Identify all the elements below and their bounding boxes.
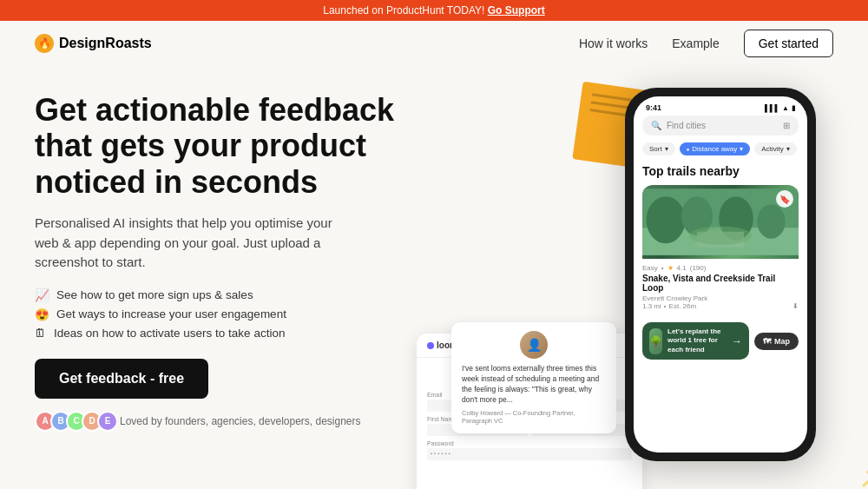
map-label: Map	[774, 337, 790, 346]
social-proof: A B C D E Loved by founders, agencies, d…	[35, 411, 408, 432]
scribble-yellow-decoration	[859, 446, 868, 489]
filter-activity[interactable]: Activity ▾	[754, 142, 796, 155]
filter-row: Sort ▾ ● Distance away ▾ Activity ▾	[642, 142, 799, 155]
logo: 🔥 DesignRoasts	[35, 34, 152, 53]
feature-emoji-3: 🗓	[35, 327, 47, 340]
trail-bookmark-icon[interactable]: 🔖	[776, 190, 793, 208]
feature-emoji-1: 📈	[35, 288, 49, 302]
feature-text-2: Get ways to increase your user engagemen…	[56, 307, 286, 320]
filter-sort-label: Sort	[649, 145, 662, 153]
hero-right: 9:41 ▌▌▌ ▲ ▮ 🔍 Find cities ⊞	[408, 83, 833, 489]
feedback-text: I've sent looms externally three times t…	[462, 364, 606, 406]
phone-mockup: 9:41 ▌▌▌ ▲ ▮ 🔍 Find cities ⊞	[625, 88, 816, 461]
trail-image: 🔖	[642, 185, 799, 259]
features-list: 📈 See how to get more sign ups & sales 😍…	[35, 288, 408, 340]
logo-icon: 🔥	[35, 34, 54, 53]
filter-icon: ⊞	[783, 121, 790, 130]
hero-left: Get actionable feedback that gets your p…	[35, 83, 408, 489]
feature-emoji-2: 😍	[35, 307, 49, 321]
feature-text-3: Ideas on how to activate users to take a…	[54, 327, 285, 340]
avatar-group: A B C D E	[35, 411, 113, 432]
map-icon: 🗺	[763, 337, 771, 346]
replant-image: 🌳	[649, 328, 662, 354]
distance-dot-icon: ●	[687, 147, 690, 152]
trail-location: Everett Crowley Park	[642, 294, 799, 302]
feature-item-1: 📈 See how to get more sign ups & sales	[35, 288, 408, 302]
loom-password-input[interactable]: ••••••	[427, 448, 632, 460]
battery-icon: ▮	[792, 104, 795, 112]
trail-distance: 1.3 mi • Est. 26m ⬇	[642, 302, 799, 310]
top-banner: Launched on ProductHunt TODAY! Go Suppor…	[0, 0, 868, 21]
avatar-5: E	[97, 411, 118, 432]
download-icon[interactable]: ⬇	[792, 302, 799, 310]
status-icons: ▌▌▌ ▲ ▮	[765, 104, 795, 112]
wifi-icon: ▲	[782, 104, 789, 112]
svg-point-5	[757, 204, 785, 239]
trail-image-svg	[642, 185, 799, 259]
map-button[interactable]: 🗺 Map	[754, 333, 799, 350]
bottom-area: 🌳 Let's replant the world 1 tree for eac…	[642, 322, 799, 360]
replant-text: Let's replant the world 1 tree for each …	[667, 327, 727, 354]
loom-dot-icon	[427, 342, 434, 349]
trail-reviews: (190)	[690, 264, 707, 272]
phone-screen: 9:41 ▌▌▌ ▲ ▮ 🔍 Find cities ⊞	[634, 96, 807, 453]
nav-example[interactable]: Example	[672, 36, 719, 50]
feedback-avatar: 👤	[520, 331, 548, 359]
trail-est: Est. 26m	[669, 302, 697, 310]
trail-mi: 1.3 mi	[642, 302, 661, 310]
search-placeholder: Find cities	[667, 121, 706, 130]
sort-chevron-icon: ▾	[665, 145, 668, 153]
feedback-author: Colby Howard — Co-Founding Partner, Para…	[462, 409, 606, 425]
filter-distance[interactable]: ● Distance away ▾	[680, 142, 751, 155]
search-icon: 🔍	[651, 121, 661, 130]
feature-item-3: 🗓 Ideas on how to activate users to take…	[35, 327, 408, 340]
logo-text: DesignRoasts	[59, 36, 152, 51]
nav-links: How it works Example Get started	[579, 30, 833, 57]
banner-text: Launched on ProductHunt TODAY!	[323, 4, 487, 17]
trail-info: Easy • ★ 4.1 (190) Snake, Vista and Cree…	[642, 259, 799, 315]
navbar: 🔥 DesignRoasts How it works Example Get …	[0, 21, 868, 66]
social-proof-text: Loved by founders, agencies, developers,…	[120, 415, 361, 427]
trail-name: Snake, Vista and Creekside Trail Loop	[642, 274, 799, 293]
subheadline: Personalised AI insights that help you o…	[35, 214, 347, 273]
cta-button[interactable]: Get feedback - free	[35, 359, 208, 399]
banner-link[interactable]: Go Support	[488, 4, 545, 17]
activity-chevron-icon: ▾	[786, 145, 790, 153]
phone-status-bar: 9:41 ▌▌▌ ▲ ▮	[634, 96, 807, 116]
filter-activity-label: Activity	[761, 145, 783, 153]
trail-rating: 4.1	[677, 264, 687, 272]
feedback-quote-card: 👤 I've sent looms externally three times…	[451, 322, 616, 433]
replant-card: 🌳 Let's replant the world 1 tree for eac…	[642, 322, 749, 360]
phone-time: 9:41	[646, 103, 661, 112]
trail-meta: Easy • ★ 4.1 (190)	[642, 264, 799, 272]
feature-text-1: See how to get more sign ups & sales	[56, 288, 253, 301]
loom-password-label: Password	[427, 440, 632, 446]
phone-section-title: Top trails nearby	[642, 164, 799, 178]
replant-arrow-icon[interactable]: →	[732, 335, 742, 347]
trail-card[interactable]: 🔖 Easy • ★ 4.1 (190) Snake, Vista and Cr…	[642, 185, 799, 315]
filter-sort[interactable]: Sort ▾	[642, 142, 675, 155]
svg-point-7	[689, 226, 752, 245]
get-started-button[interactable]: Get started	[744, 30, 833, 57]
phone-search-bar[interactable]: 🔍 Find cities ⊞	[642, 116, 799, 135]
trail-difficulty: Easy	[642, 264, 658, 272]
phone-content: 🔍 Find cities ⊞ Sort ▾ ● Distance away	[634, 116, 807, 360]
feature-item-2: 😍 Get ways to increase your user engagem…	[35, 307, 408, 321]
distance-chevron-icon: ▾	[740, 145, 743, 153]
nav-how-it-works[interactable]: How it works	[579, 36, 648, 50]
svg-point-2	[647, 196, 686, 243]
star-icon: ★	[667, 264, 674, 272]
signal-icon: ▌▌▌	[765, 104, 779, 112]
main-content: Get actionable feedback that gets your p…	[0, 66, 868, 489]
filter-distance-label: Distance away	[692, 145, 737, 153]
headline: Get actionable feedback that gets your p…	[35, 92, 408, 200]
loom-password-field: Password ••••••	[427, 440, 632, 460]
